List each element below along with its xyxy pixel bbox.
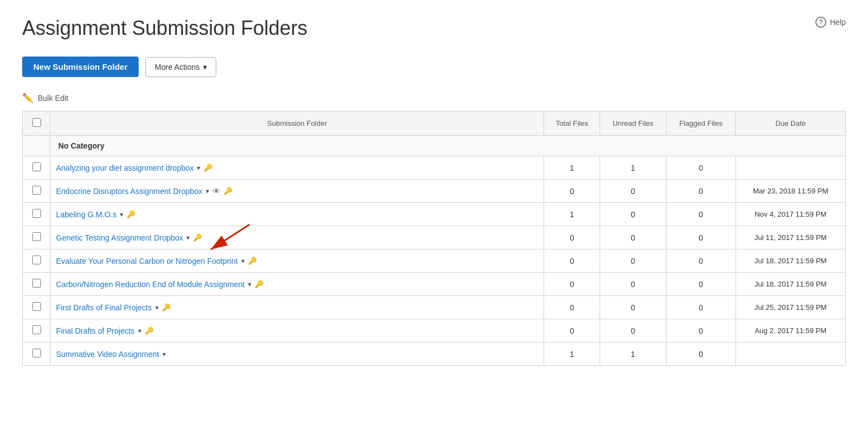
folder-link-1[interactable]: Analyzing your diet assignment dropbox — [56, 164, 194, 172]
folder-cell: Evaluate Your Personal Carbon or Nitroge… — [50, 249, 544, 273]
key-icon: 🔑 — [248, 257, 257, 265]
due-date-cell — [735, 343, 845, 366]
new-submission-folder-button[interactable]: New Submission Folder — [22, 57, 139, 77]
folder-link-5[interactable]: Evaluate Your Personal Carbon or Nitroge… — [56, 257, 238, 265]
chevron-down-icon[interactable]: ▾ — [155, 304, 159, 312]
folder-cell: First Drafts of Final Projects▾🔑 — [50, 296, 544, 319]
more-actions-label: More Actions — [155, 63, 200, 72]
table-row: Analyzing your diet assignment dropbox▾🔑… — [23, 156, 846, 180]
unread-files-cell: 1 — [600, 156, 666, 180]
table-row: Evaluate Your Personal Carbon or Nitroge… — [23, 249, 846, 273]
row-checkbox-cell — [23, 273, 50, 296]
row-checkbox-3[interactable] — [32, 209, 41, 218]
due-date-cell: Jul 11, 2017 11:59 PM — [735, 226, 845, 249]
key-icon: 🔑 — [126, 210, 135, 218]
unread-files-cell: 0 — [600, 319, 666, 343]
flagged-files-cell: 0 — [666, 180, 735, 203]
row-checkbox-1[interactable] — [32, 162, 41, 171]
table-row: First Drafts of Final Projects▾🔑000Jul 2… — [23, 296, 846, 319]
chevron-down-icon[interactable]: ▾ — [206, 187, 209, 195]
row-checkbox-cell — [23, 343, 50, 366]
row-checkbox-6[interactable] — [32, 279, 41, 288]
row-checkbox-7[interactable] — [32, 302, 41, 311]
unread-files-cell: 0 — [600, 203, 666, 226]
total-files-cell: 0 — [544, 226, 600, 249]
header-folder: Submission Folder — [50, 111, 544, 136]
unread-files-cell: 1 — [600, 343, 666, 366]
due-date-cell: Nov 4, 2017 11:59 PM — [735, 203, 845, 226]
chevron-down-icon[interactable]: ▾ — [186, 234, 190, 242]
row-checkbox-8[interactable] — [32, 325, 41, 334]
help-icon: ? — [815, 17, 826, 28]
table-row: Labeling G.M.O.s▾🔑100Nov 4, 2017 11:59 P… — [23, 203, 846, 226]
folder-link-7[interactable]: First Drafts of Final Projects — [56, 303, 152, 312]
chevron-down-icon[interactable]: ▾ — [138, 327, 141, 335]
folder-link-9[interactable]: Summative Video Assignment — [56, 350, 159, 359]
unread-files-cell: 0 — [600, 273, 666, 296]
flagged-files-cell: 0 — [666, 226, 735, 249]
folder-cell: Labeling G.M.O.s▾🔑 — [50, 203, 544, 226]
flagged-files-cell: 0 — [666, 343, 735, 366]
unread-files-cell: 0 — [600, 180, 666, 203]
header-checkbox-col — [23, 111, 50, 136]
total-files-cell: 1 — [544, 156, 600, 180]
header-total-files: Total Files — [544, 111, 600, 136]
table-row: Endocrine Disruptors Assignment Dropbox▾… — [23, 180, 846, 203]
due-date-cell: Jul 18, 2017 11:59 PM — [735, 273, 845, 296]
row-checkbox-5[interactable] — [32, 256, 41, 264]
key-icon: 🔑 — [255, 280, 263, 288]
chevron-down-icon[interactable]: ▾ — [163, 350, 166, 358]
due-date-cell: Jul 18, 2017 11:59 PM — [735, 249, 845, 273]
folder-link-3[interactable]: Labeling G.M.O.s — [56, 210, 116, 219]
row-checkbox-cell — [23, 249, 50, 273]
row-checkbox-9[interactable] — [32, 349, 41, 358]
row-checkbox-4[interactable] — [32, 232, 41, 241]
row-checkbox-2[interactable] — [32, 186, 41, 195]
unread-files-cell: 0 — [600, 226, 666, 249]
flagged-files-cell: 0 — [666, 249, 735, 273]
select-all-checkbox[interactable] — [32, 118, 41, 127]
table-row: Summative Video Assignment▾110 — [23, 343, 846, 366]
key-icon: 🔑 — [204, 164, 212, 172]
more-actions-button[interactable]: More Actions ▾ — [145, 57, 216, 77]
toolbar: New Submission Folder More Actions ▾ — [22, 57, 846, 77]
chevron-down-icon: ▾ — [203, 63, 207, 72]
table-row: Genetic Testing Assignment Dropbox▾🔑000J… — [23, 226, 846, 249]
due-date-cell: Mar 23, 2018 11:59 PM — [735, 180, 845, 203]
folder-cell: Final Drafts of Projects▾🔑 — [50, 319, 544, 343]
bulk-edit-label: Bulk Edit — [38, 94, 68, 103]
folder-link-2[interactable]: Endocrine Disruptors Assignment Dropbox — [56, 187, 202, 196]
pencil-icon: ✏️ — [22, 93, 33, 103]
folder-cell: Endocrine Disruptors Assignment Dropbox▾… — [50, 180, 544, 203]
folder-link-6[interactable]: Carbon/Nitrogen Reduction End of Module … — [56, 280, 245, 289]
folder-link-8[interactable]: Final Drafts of Projects — [56, 326, 135, 335]
total-files-cell: 0 — [544, 273, 600, 296]
category-row: No Category — [23, 136, 846, 156]
key-icon: 🔑 — [224, 187, 232, 195]
help-label: Help — [830, 18, 846, 27]
help-link[interactable]: ? Help — [815, 17, 846, 28]
chevron-down-icon[interactable]: ▾ — [120, 211, 123, 218]
chevron-down-icon[interactable]: ▾ — [197, 164, 200, 172]
row-checkbox-cell — [23, 203, 50, 226]
flagged-files-cell: 0 — [666, 156, 735, 180]
total-files-cell: 0 — [544, 180, 600, 203]
chevron-down-icon[interactable]: ▾ — [248, 280, 251, 288]
chevron-down-icon[interactable]: ▾ — [241, 257, 245, 265]
flagged-files-cell: 0 — [666, 273, 735, 296]
flagged-files-cell: 0 — [666, 319, 735, 343]
row-checkbox-cell — [23, 319, 50, 343]
row-checkbox-cell — [23, 296, 50, 319]
key-icon: 🔑 — [162, 303, 171, 312]
eye-icon: 👁 — [212, 187, 220, 196]
row-checkbox-cell — [23, 156, 50, 180]
folder-cell: Genetic Testing Assignment Dropbox▾🔑 — [50, 226, 544, 249]
table-row: Final Drafts of Projects▾🔑000Aug 2, 2017… — [23, 319, 846, 343]
due-date-cell: Jul 25, 2017 11:59 PM — [735, 296, 845, 319]
table-wrapper: Submission Folder Total Files Unread Fil… — [22, 111, 846, 366]
folder-link-4[interactable]: Genetic Testing Assignment Dropbox — [56, 233, 183, 242]
unread-files-cell: 0 — [600, 296, 666, 319]
bulk-edit-section: ✏️ Bulk Edit — [22, 93, 846, 103]
key-icon: 🔑 — [145, 326, 154, 335]
total-files-cell: 0 — [544, 249, 600, 273]
